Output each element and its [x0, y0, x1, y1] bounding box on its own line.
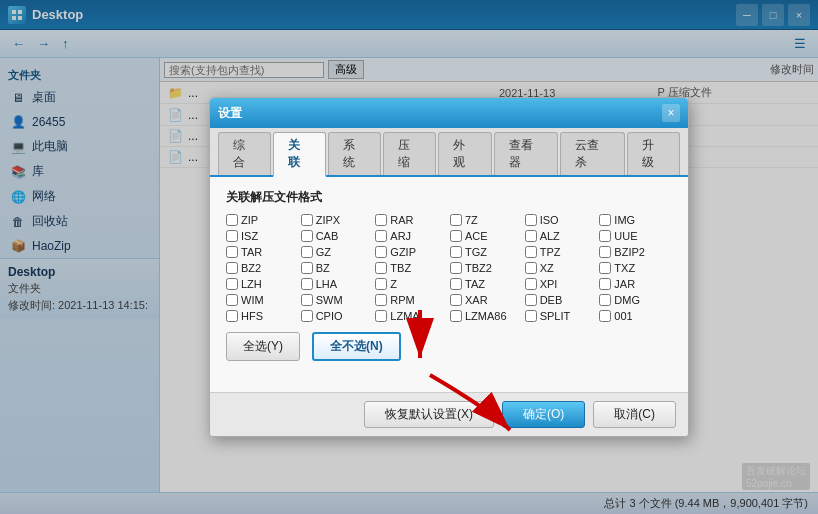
checkbox-uue[interactable] — [599, 230, 611, 242]
checkbox-item: TAR — [226, 246, 299, 258]
checkbox-label-xz: XZ — [540, 262, 554, 274]
checkbox-label-zip: ZIP — [241, 214, 258, 226]
checkbox-label-tar: TAR — [241, 246, 262, 258]
checkbox-lzma86[interactable] — [450, 310, 462, 322]
checkbox-item: LHA — [301, 278, 374, 290]
checkbox-bz2[interactable] — [226, 262, 238, 274]
checkbox-item: DMG — [599, 294, 672, 306]
tab-system[interactable]: 系统 — [328, 132, 381, 175]
checkbox-xar[interactable] — [450, 294, 462, 306]
checkbox-label-tgz: TGZ — [465, 246, 487, 258]
tab-compress[interactable]: 压缩 — [383, 132, 436, 175]
select-all-button[interactable]: 全选(Y) — [226, 332, 300, 361]
checkbox-item: 001 — [599, 310, 672, 322]
checkbox-label-ace: ACE — [465, 230, 488, 242]
checkbox-txz[interactable] — [599, 262, 611, 274]
tab-cloud[interactable]: 云查杀 — [560, 132, 625, 175]
checkbox-item: XZ — [525, 262, 598, 274]
dialog-title: 设置 — [218, 105, 662, 122]
checkbox-lzma[interactable] — [375, 310, 387, 322]
checkbox-label-lzh: LZH — [241, 278, 262, 290]
tab-upgrade[interactable]: 升级 — [627, 132, 680, 175]
checkbox-label-bzip2: BZIP2 — [614, 246, 645, 258]
ok-button[interactable]: 确定(O) — [502, 401, 585, 428]
checkbox-bzip2[interactable] — [599, 246, 611, 258]
checkbox-item: LZMA — [375, 310, 448, 322]
settings-dialog: 设置 × 综合 关联 系统 压缩 外观 查看器 云查杀 升级 关联解压文件格式 … — [209, 97, 689, 437]
tab-associate[interactable]: 关联 — [273, 132, 326, 177]
checkbox-taz[interactable] — [450, 278, 462, 290]
checkbox-item: LZMA86 — [450, 310, 523, 322]
checkbox-label-xpi: XPI — [540, 278, 558, 290]
checkbox-isz[interactable] — [226, 230, 238, 242]
checkbox-item: CAB — [301, 230, 374, 242]
checkbox-tbz[interactable] — [375, 262, 387, 274]
checkbox-alz[interactable] — [525, 230, 537, 242]
checkbox-item: GZIP — [375, 246, 448, 258]
dialog-button-row: 全选(Y) 全不选(N) — [226, 332, 672, 365]
checkbox-split[interactable] — [525, 310, 537, 322]
checkbox-item: Z — [375, 278, 448, 290]
checkbox-ace[interactable] — [450, 230, 462, 242]
checkbox-gzip[interactable] — [375, 246, 387, 258]
checkbox-jar[interactable] — [599, 278, 611, 290]
checkbox-xpi[interactable] — [525, 278, 537, 290]
checkbox-001[interactable] — [599, 310, 611, 322]
tab-viewer[interactable]: 查看器 — [494, 132, 559, 175]
checkbox-rar[interactable] — [375, 214, 387, 226]
checkbox-tar[interactable] — [226, 246, 238, 258]
checkbox-item: TPZ — [525, 246, 598, 258]
cancel-button[interactable]: 取消(C) — [593, 401, 676, 428]
dialog-footer: 恢复默认设置(X) 确定(O) 取消(C) — [210, 392, 688, 436]
checkbox-zipx[interactable] — [301, 214, 313, 226]
restore-defaults-button[interactable]: 恢复默认设置(X) — [364, 401, 494, 428]
checkbox-item: DEB — [525, 294, 598, 306]
checkbox-tpz[interactable] — [525, 246, 537, 258]
checkbox-dmg[interactable] — [599, 294, 611, 306]
checkbox-lha[interactable] — [301, 278, 313, 290]
dialog-close-button[interactable]: × — [662, 104, 680, 122]
checkbox-img[interactable] — [599, 214, 611, 226]
checkbox-item: RPM — [375, 294, 448, 306]
checkbox-label-bz2: BZ2 — [241, 262, 261, 274]
checkbox-label-tbz2: TBZ2 — [465, 262, 492, 274]
checkbox-xz[interactable] — [525, 262, 537, 274]
checkbox-hfs[interactable] — [226, 310, 238, 322]
tab-general[interactable]: 综合 — [218, 132, 271, 175]
checkbox-item: XPI — [525, 278, 598, 290]
checkbox-label-gz: GZ — [316, 246, 331, 258]
checkbox-item: IMG — [599, 214, 672, 226]
checkbox-label-img: IMG — [614, 214, 635, 226]
checkbox-lzh[interactable] — [226, 278, 238, 290]
checkbox-label-lha: LHA — [316, 278, 337, 290]
desktop: Desktop ─ □ × ← → ↑ ☰ 文件夹 🖥 桌面 — [0, 0, 818, 514]
checkbox-swm[interactable] — [301, 294, 313, 306]
checkbox-iso[interactable] — [525, 214, 537, 226]
checkbox-item: ZIP — [226, 214, 299, 226]
checkbox-item: RAR — [375, 214, 448, 226]
checkbox-bz[interactable] — [301, 262, 313, 274]
deselect-all-button[interactable]: 全不选(N) — [312, 332, 401, 361]
checkbox-rpm[interactable] — [375, 294, 387, 306]
checkbox-z[interactable] — [375, 278, 387, 290]
checkbox-cpio[interactable] — [301, 310, 313, 322]
checkbox-cab[interactable] — [301, 230, 313, 242]
tab-appearance[interactable]: 外观 — [438, 132, 491, 175]
checkbox-label-tpz: TPZ — [540, 246, 561, 258]
checkbox-label-lzma: LZMA — [390, 310, 419, 322]
checkbox-wim[interactable] — [226, 294, 238, 306]
checkbox-tbz2[interactable] — [450, 262, 462, 274]
checkbox-7z[interactable] — [450, 214, 462, 226]
checkbox-label-cpio: CPIO — [316, 310, 343, 322]
checkbox-label-bz: BZ — [316, 262, 330, 274]
checkbox-label-deb: DEB — [540, 294, 563, 306]
checkbox-item: ACE — [450, 230, 523, 242]
checkbox-label-rpm: RPM — [390, 294, 414, 306]
checkbox-tgz[interactable] — [450, 246, 462, 258]
checkbox-item: HFS — [226, 310, 299, 322]
checkbox-label-zipx: ZIPX — [316, 214, 340, 226]
checkbox-deb[interactable] — [525, 294, 537, 306]
checkbox-gz[interactable] — [301, 246, 313, 258]
checkbox-zip[interactable] — [226, 214, 238, 226]
checkbox-arj[interactable] — [375, 230, 387, 242]
